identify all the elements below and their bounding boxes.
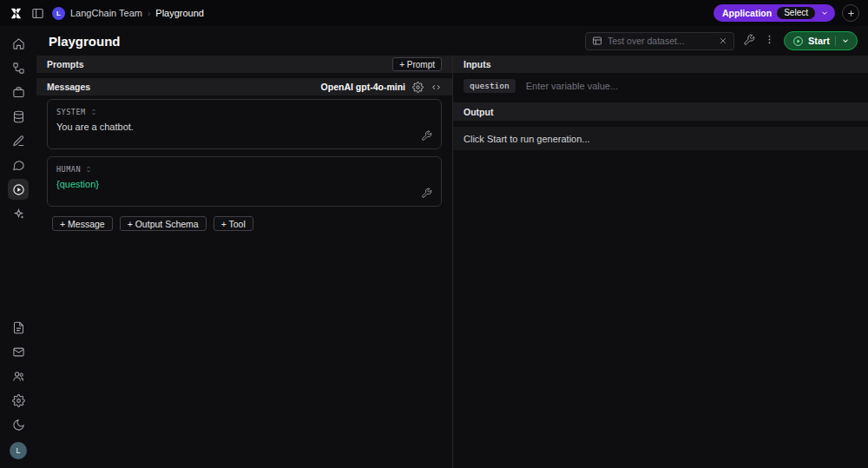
code-icon[interactable] <box>431 82 442 93</box>
chat-bubble-icon <box>12 159 25 172</box>
sidebar-toggle-icon[interactable] <box>31 7 44 20</box>
gear-icon <box>12 394 25 407</box>
message-card-system[interactable]: SYSTEM You are a chatbot. <box>47 99 442 149</box>
users-icon <box>12 370 25 383</box>
sidebar-item-dark-mode[interactable] <box>8 414 29 435</box>
main-area: Playground <box>36 26 868 468</box>
inputs-header: Inputs <box>464 59 491 69</box>
sidebar-item-projects[interactable] <box>8 82 29 102</box>
home-icon <box>12 37 25 50</box>
briefcase-icon <box>12 86 25 99</box>
variable-input-row: question <box>453 73 868 99</box>
breadcrumb-page[interactable]: Playground <box>155 8 204 18</box>
io-panel: Inputs question Output Click Start to ru… <box>452 56 868 468</box>
add-button[interactable] <box>842 4 859 22</box>
application-select-value[interactable]: Select <box>777 7 815 19</box>
file-text-icon <box>12 321 25 334</box>
more-options-button[interactable] <box>764 34 775 48</box>
plus-icon <box>846 9 856 18</box>
sidebar-item-annotations[interactable] <box>8 130 29 151</box>
chevrons-up-down-icon[interactable] <box>89 108 98 116</box>
dataset-icon <box>592 36 602 46</box>
app-header: L LangChain Team › Playground Applicatio… <box>0 0 868 26</box>
breadcrumb-org[interactable]: LangChain Team <box>70 8 142 18</box>
wrench-icon[interactable] <box>421 130 432 142</box>
dataset-search[interactable] <box>585 32 734 50</box>
start-button[interactable]: Start <box>784 31 858 50</box>
chevron-down-icon <box>820 9 829 17</box>
output-placeholder: Click Start to run generation... <box>453 127 868 150</box>
database-icon <box>12 110 25 123</box>
sidebar-item-workflows[interactable] <box>8 57 29 78</box>
langsmith-logo-icon[interactable] <box>9 6 23 21</box>
workflow-icon <box>12 62 25 75</box>
prompts-panel: Prompts + Prompt Messages OpenAI gpt-4o-… <box>36 56 452 468</box>
sidebar-item-settings[interactable] <box>8 390 29 411</box>
breadcrumb: L LangChain Team › Playground <box>52 7 204 20</box>
application-label: Application <box>722 8 772 18</box>
add-prompt-button[interactable]: + Prompt <box>392 57 442 71</box>
sidebar-item-mail[interactable] <box>8 341 29 362</box>
inputs-header-bar: Inputs <box>453 56 868 73</box>
play-circle-icon <box>12 183 25 196</box>
add-output-schema-button[interactable]: + Output Schema <box>120 216 207 231</box>
message-card-human[interactable]: HUMAN {question} <box>47 156 442 207</box>
messages-header-bar: Messages OpenAI gpt-4o-mini <box>36 78 452 96</box>
wrench-icon <box>743 34 755 46</box>
wrench-button[interactable] <box>743 34 755 49</box>
application-select-button[interactable]: Application Select <box>713 4 835 22</box>
sparkles-icon <box>12 208 25 221</box>
sidebar-item-docs[interactable] <box>8 317 29 338</box>
message-content[interactable]: You are a chatbot. <box>56 122 432 132</box>
sidebar-item-home[interactable] <box>8 33 29 54</box>
model-selector[interactable]: OpenAI gpt-4o-mini <box>321 82 405 92</box>
sidebar-item-playground[interactable] <box>8 179 29 200</box>
sidebar-item-members[interactable] <box>8 366 29 386</box>
sidebar-item-integrations[interactable] <box>8 203 29 224</box>
sidebar-item-datasets[interactable] <box>8 106 29 127</box>
message-role-selector[interactable]: HUMAN <box>56 165 81 174</box>
add-message-button[interactable]: + Message <box>52 216 113 231</box>
variable-value-input[interactable] <box>526 81 858 91</box>
output-header: Output <box>464 107 493 117</box>
play-circle-icon <box>792 36 804 47</box>
add-tool-button[interactable]: + Tool <box>214 216 253 231</box>
mail-icon <box>12 346 25 359</box>
breadcrumb-separator: › <box>148 9 150 18</box>
chevrons-up-down-icon[interactable] <box>84 165 93 174</box>
messages-header: Messages <box>47 82 90 92</box>
page-toolbar: Playground <box>36 26 868 56</box>
model-settings-gear-icon[interactable] <box>412 82 424 93</box>
dataset-search-input[interactable] <box>608 36 713 46</box>
start-button-divider <box>835 36 836 46</box>
page-title: Playground <box>49 34 121 49</box>
pen-icon <box>12 135 25 148</box>
prompts-header: Prompts <box>47 59 84 69</box>
wrench-icon[interactable] <box>421 188 432 199</box>
variable-key-badge: question <box>464 79 516 93</box>
sidebar-item-monitoring[interactable] <box>8 155 29 175</box>
user-avatar[interactable]: L <box>10 442 27 459</box>
prompts-header-bar: Prompts + Prompt <box>36 56 452 73</box>
org-avatar[interactable]: L <box>52 7 65 20</box>
kebab-menu-icon <box>764 34 775 45</box>
output-header-bar: Output <box>453 102 868 121</box>
clear-search-icon[interactable] <box>719 36 727 45</box>
sidebar-rail: L <box>0 26 36 468</box>
moon-icon <box>12 419 25 432</box>
chevron-down-icon[interactable] <box>841 36 850 45</box>
start-button-label: Start <box>808 36 830 46</box>
message-actions-row: + Message + Output Schema + Tool <box>52 216 442 231</box>
message-content[interactable]: {question} <box>56 179 432 189</box>
message-role-selector[interactable]: SYSTEM <box>56 108 86 116</box>
